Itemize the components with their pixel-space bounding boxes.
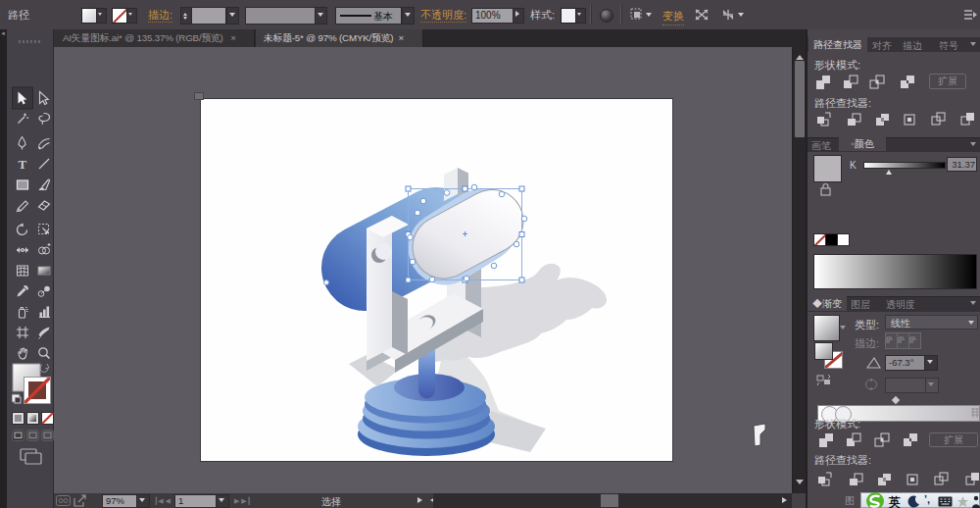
- svg-text:T: T: [19, 157, 27, 172]
